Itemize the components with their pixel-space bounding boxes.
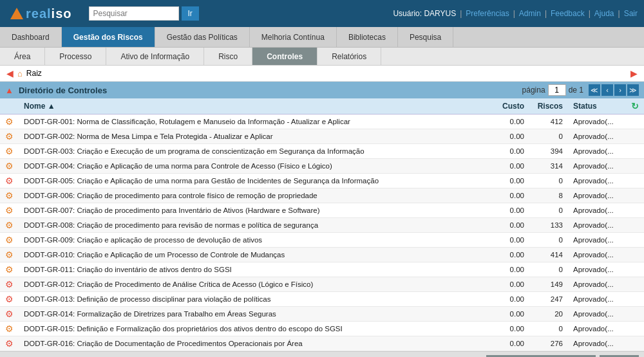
row-custo: 0.00 <box>491 203 529 218</box>
row-type-icon[interactable]: ⚙ <box>5 146 14 156</box>
subtab-processo[interactable]: Processo <box>45 48 106 65</box>
directory-header: ▲ Diretório de Controles página de 1 ≪ ‹… <box>0 82 644 98</box>
row-name[interactable]: DODT-GR-016: Criação de Documentação de … <box>19 336 491 351</box>
page-first-button[interactable]: ≪ <box>589 84 600 96</box>
row-icon-cell: ⚙ <box>0 277 19 292</box>
home-icon: ⌂ <box>17 69 23 78</box>
row-name[interactable]: DODT-GR-015: Definição e Formalização do… <box>19 322 491 336</box>
logo: realiso <box>6 5 76 23</box>
page-prev-button[interactable]: ‹ <box>601 84 613 96</box>
row-icon-cell: ⚙ <box>0 114 19 129</box>
page-input[interactable] <box>548 84 566 96</box>
row-riscos: 20 <box>529 307 568 322</box>
row-type-icon[interactable]: ⚙ <box>5 205 14 215</box>
row-riscos: 0 <box>529 203 568 218</box>
tab-gestao-riscos[interactable]: Gestão dos Riscos <box>62 27 155 47</box>
sair-link[interactable]: Sair <box>624 9 638 18</box>
row-status: Aprovado(... <box>568 188 626 203</box>
col-status: Status <box>568 98 626 114</box>
subtab-controles[interactable]: Controles <box>252 48 317 65</box>
row-name[interactable]: DODT-GR-007: Criação de procedimento par… <box>19 203 491 218</box>
tab-dashboard[interactable]: Dashboard <box>0 27 62 47</box>
row-action <box>626 218 644 233</box>
row-name[interactable]: DODT-GR-004: Criação e Aplicação de uma … <box>19 159 491 174</box>
tab-gestao-politicas[interactable]: Gestão das Políticas <box>155 27 250 47</box>
row-riscos: 314 <box>529 159 568 174</box>
breadcrumb-left-arrow[interactable]: ◀ <box>6 68 14 78</box>
prefs-link[interactable]: Preferências <box>466 9 509 18</box>
row-type-icon[interactable]: ⚙ <box>5 190 14 201</box>
row-action <box>626 129 644 144</box>
row-type-icon[interactable]: ⚙ <box>5 324 14 334</box>
page-next-button[interactable]: › <box>614 84 626 96</box>
row-name[interactable]: DODT-GR-002: Norma de Mesa Limpa e Tela … <box>19 129 491 144</box>
breadcrumb: ◀ ⌂ Raiz ▶ <box>0 66 644 82</box>
row-name[interactable]: DODT-GR-012: Criação de Procedimento de … <box>19 277 491 292</box>
row-status: Aprovado(... <box>568 159 626 174</box>
filter-icon[interactable]: ▲ <box>5 86 14 95</box>
header-nav: Usuário: DARYUS | Preferências | Admin |… <box>393 9 638 18</box>
row-name[interactable]: DODT-GR-003: Criação e Execução de um pr… <box>19 144 491 159</box>
table-row: ⚙ DODT-GR-010: Criação e Aplicação de um… <box>0 248 644 262</box>
row-icon-cell: ⚙ <box>0 159 19 174</box>
refresh-icon[interactable]: ↻ <box>631 101 639 111</box>
directory-title: Diretório de Controles <box>19 86 517 95</box>
table-row: ⚙ DODT-GR-013: Definição de processo dis… <box>0 292 644 307</box>
col-icon <box>0 98 19 114</box>
page-last-button[interactable]: ≫ <box>627 84 639 96</box>
subtab-ativo[interactable]: Ativo de Informação <box>106 48 204 65</box>
row-type-icon[interactable]: ⚙ <box>5 161 14 171</box>
row-icon-cell: ⚙ <box>0 218 19 233</box>
subtab-risco[interactable]: Risco <box>204 48 252 65</box>
row-type-icon[interactable]: ⚙ <box>5 116 14 127</box>
row-riscos: 414 <box>529 248 568 262</box>
row-type-icon[interactable]: ⚙ <box>5 279 14 289</box>
sub-nav: Área Processo Ativo de Informação Risco … <box>0 48 644 66</box>
row-type-icon[interactable]: ⚙ <box>5 338 14 349</box>
search-button[interactable]: Ir <box>182 6 199 21</box>
feedback-link[interactable]: Feedback <box>551 9 585 18</box>
row-type-icon[interactable]: ⚙ <box>5 309 14 319</box>
row-type-icon[interactable]: ⚙ <box>5 176 14 186</box>
row-name[interactable]: DODT-GR-013: Definição de processo disci… <box>19 292 491 307</box>
ajuda-link[interactable]: Ajuda <box>594 9 614 18</box>
row-type-icon[interactable]: ⚙ <box>5 131 14 142</box>
row-type-icon[interactable]: ⚙ <box>5 264 14 275</box>
tab-melhoria-continua[interactable]: Melhoria Contínua <box>250 27 337 47</box>
table-row: ⚙ DODT-GR-009: Criação e aplicação de pr… <box>0 233 644 248</box>
row-name[interactable]: DODT-GR-014: Formalização de Diretrizes … <box>19 307 491 322</box>
row-action <box>626 262 644 277</box>
row-name[interactable]: DODT-GR-009: Criação e aplicação de proc… <box>19 233 491 248</box>
row-type-icon[interactable]: ⚙ <box>5 235 14 245</box>
row-name[interactable]: DODT-GR-011: Criação do inventário de at… <box>19 262 491 277</box>
row-type-icon[interactable]: ⚙ <box>5 220 14 230</box>
row-custo: 0.00 <box>491 174 529 188</box>
row-type-icon[interactable]: ⚙ <box>5 250 14 260</box>
admin-link[interactable]: Admin <box>519 9 541 18</box>
row-custo: 0.00 <box>491 336 529 351</box>
row-name[interactable]: DODT-GR-001: Norma de Classificação, Rot… <box>19 114 491 129</box>
row-name[interactable]: DODT-GR-010: Criação e Aplicação de um P… <box>19 248 491 262</box>
subtab-area[interactable]: Área <box>0 48 45 65</box>
row-custo: 0.00 <box>491 248 529 262</box>
row-custo: 0.00 <box>491 114 529 129</box>
search-input[interactable] <box>89 6 179 21</box>
breadcrumb-right-arrow[interactable]: ▶ <box>630 68 638 78</box>
logo-triangle-icon <box>10 8 23 19</box>
footer: Histórico de Revisão/Teste Inserir <box>0 351 644 357</box>
sep4: | <box>589 9 591 18</box>
subtab-relatorios[interactable]: Relatórios <box>317 48 381 65</box>
row-icon-cell: ⚙ <box>0 336 19 351</box>
row-name[interactable]: DODT-GR-008: Criação de procedimento par… <box>19 218 491 233</box>
logo-text: realiso <box>26 6 72 21</box>
tab-pesquisa[interactable]: Pesquisa <box>398 27 453 47</box>
row-type-icon[interactable]: ⚙ <box>5 294 14 304</box>
row-action <box>626 292 644 307</box>
row-icon-cell: ⚙ <box>0 322 19 336</box>
row-name[interactable]: DODT-GR-005: Criação e Aplicação de uma … <box>19 174 491 188</box>
row-riscos: 149 <box>529 277 568 292</box>
tab-bibliotecas[interactable]: Bibliotecas <box>337 27 398 47</box>
row-action <box>626 277 644 292</box>
row-name[interactable]: DODT-GR-006: Criação de procedimento par… <box>19 188 491 203</box>
row-status: Aprovado(... <box>568 262 626 277</box>
